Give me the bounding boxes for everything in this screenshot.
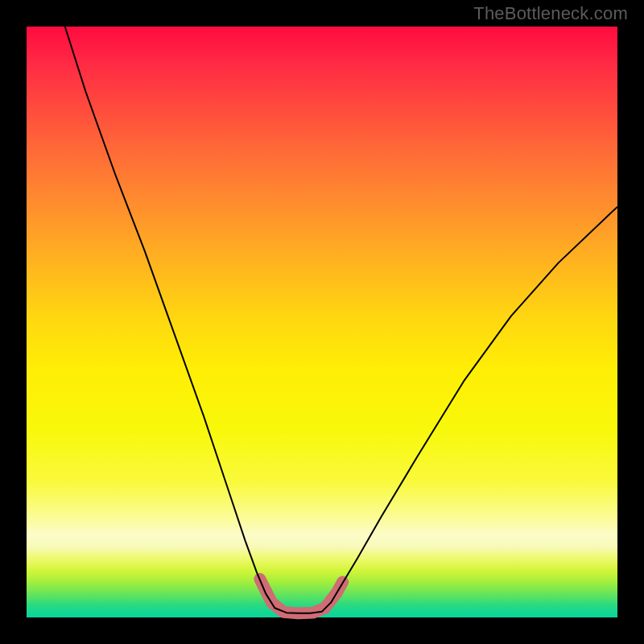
- chart-svg: [27, 27, 617, 617]
- bottleneck-curve: [65, 27, 617, 613]
- plot-area: [27, 27, 617, 617]
- watermark-text: TheBottleneck.com: [473, 3, 628, 24]
- chart-frame: TheBottleneck.com: [0, 0, 644, 644]
- highlight-band: [260, 579, 343, 613]
